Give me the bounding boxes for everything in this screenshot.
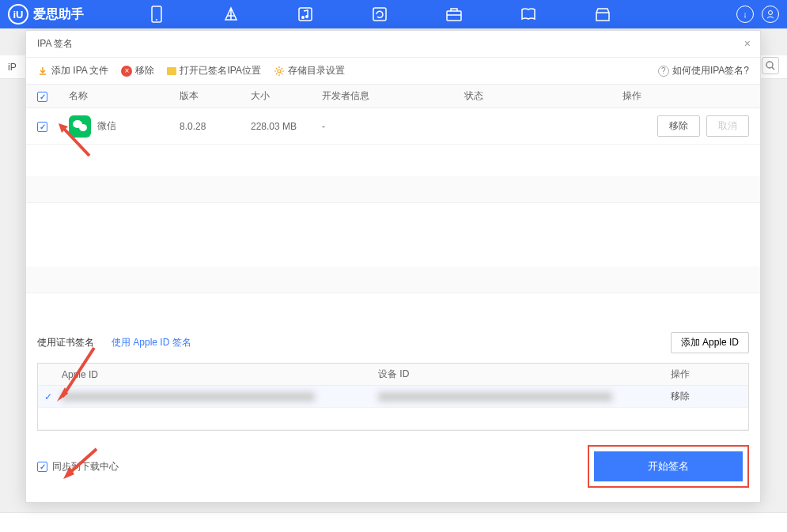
add-apple-id-button[interactable]: 添加 Apple ID xyxy=(671,332,749,353)
storage-settings-label: 存储目录设置 xyxy=(288,64,345,77)
row-checkbox[interactable] xyxy=(37,122,47,132)
header-version: 版本 xyxy=(180,89,251,103)
apple-id-table: Apple ID 设备 ID 操作 ✓ 移除 xyxy=(37,363,749,431)
check-icon: ✓ xyxy=(38,391,62,402)
svg-point-9 xyxy=(766,62,773,68)
app-logo: iU 爱思助手 xyxy=(8,4,84,25)
app-name: 爱思助手 xyxy=(33,6,84,23)
books-icon[interactable] xyxy=(519,5,538,24)
apple-id-row-empty xyxy=(38,408,748,430)
open-signed-label: 打开已签名IPA位置 xyxy=(180,64,260,77)
header-name: 名称 xyxy=(69,89,180,103)
svg-point-3 xyxy=(301,16,305,19)
developer-cell: - xyxy=(322,121,464,132)
row-remove-button[interactable]: 移除 xyxy=(657,115,700,137)
app-name-cell: 微信 xyxy=(97,119,116,133)
device-id-value xyxy=(378,392,612,402)
download-add-icon xyxy=(37,66,48,77)
ipa-table-row[interactable]: 微信 8.0.28 228.03 MB - 移除 取消 xyxy=(26,108,760,145)
id-table-header: Apple ID 设备 ID 操作 xyxy=(38,364,748,386)
device-icon[interactable] xyxy=(147,5,166,24)
version-cell: 8.0.28 xyxy=(180,121,251,132)
app-header: iU 爱思助手 ↓ xyxy=(0,0,787,28)
start-sign-highlight: 开始签名 xyxy=(588,445,749,488)
user-icon[interactable] xyxy=(762,6,779,23)
id-remove-link[interactable]: 移除 xyxy=(671,391,690,402)
close-icon[interactable]: × xyxy=(744,37,751,50)
gear-icon xyxy=(274,66,285,77)
tab-cert-sign[interactable]: 使用证书签名 xyxy=(37,336,94,349)
refresh-icon[interactable] xyxy=(370,5,389,24)
toolbox-icon[interactable] xyxy=(445,5,463,24)
sync-checkbox-row[interactable]: 同步到下载中心 xyxy=(37,460,119,474)
appstore-icon[interactable] xyxy=(221,5,240,24)
header-status: 状态 xyxy=(464,89,622,103)
add-ipa-label: 添加 IPA 文件 xyxy=(51,64,108,77)
svg-point-8 xyxy=(769,11,773,15)
header-device-id: 设备 ID xyxy=(378,368,671,381)
header-right: ↓ xyxy=(736,6,779,23)
music-icon[interactable] xyxy=(296,5,315,24)
svg-line-10 xyxy=(772,67,774,70)
select-all-checkbox[interactable] xyxy=(37,92,47,102)
sync-checkbox[interactable] xyxy=(37,462,47,472)
svg-point-4 xyxy=(305,15,308,18)
sign-tabs: 使用证书签名 使用 Apple ID 签名 添加 Apple ID xyxy=(37,332,749,353)
svg-rect-5 xyxy=(373,8,386,21)
apple-id-row[interactable]: ✓ 移除 xyxy=(38,386,748,408)
wechat-icon xyxy=(69,115,91,138)
help-link[interactable]: ? 如何使用IPA签名? xyxy=(658,64,749,77)
help-icon: ? xyxy=(658,66,669,77)
store-icon[interactable] xyxy=(593,5,612,24)
empty-area xyxy=(26,145,760,321)
svg-rect-6 xyxy=(447,11,461,21)
dialog-title: IPA 签名 xyxy=(37,37,73,51)
start-sign-button[interactable]: 开始签名 xyxy=(594,451,743,481)
dialog-toolbar: 添加 IPA 文件 × 移除 打开已签名IPA位置 存储目录设置 ? 如何使用I… xyxy=(26,58,760,85)
dialog-titlebar: IPA 签名 × xyxy=(26,31,760,58)
sign-section: 使用证书签名 使用 Apple ID 签名 添加 Apple ID Apple … xyxy=(26,321,760,431)
search-icon[interactable] xyxy=(762,57,779,74)
folder-icon xyxy=(167,67,176,75)
header-developer: 开发者信息 xyxy=(322,89,464,103)
sync-label: 同步到下载中心 xyxy=(52,460,119,474)
header-id-operation: 操作 xyxy=(671,368,748,381)
header-apple-id: Apple ID xyxy=(62,369,378,380)
svg-point-11 xyxy=(278,70,281,73)
add-ipa-button[interactable]: 添加 IPA 文件 xyxy=(37,64,108,77)
tab-appleid-sign[interactable]: 使用 Apple ID 签名 xyxy=(112,336,191,349)
remove-button[interactable]: × 移除 xyxy=(121,64,154,77)
help-label: 如何使用IPA签名? xyxy=(672,64,749,77)
apple-id-value xyxy=(62,392,315,402)
header-operation: 操作 xyxy=(622,89,749,103)
row-cancel-button[interactable]: 取消 xyxy=(706,115,749,137)
remove-label: 移除 xyxy=(135,64,154,77)
bg-label: iP xyxy=(8,62,17,73)
logo-icon: iU xyxy=(8,4,28,25)
open-signed-button[interactable]: 打开已签名IPA位置 xyxy=(167,64,260,77)
size-cell: 228.03 MB xyxy=(251,121,322,132)
download-icon[interactable]: ↓ xyxy=(736,6,754,23)
nav-icons xyxy=(147,5,612,24)
background-footer xyxy=(0,512,787,532)
svg-rect-2 xyxy=(299,8,312,21)
ipa-table-header: 名称 版本 大小 开发者信息 状态 操作 xyxy=(26,85,760,108)
ipa-sign-dialog: IPA 签名 × 添加 IPA 文件 × 移除 打开已签名IPA位置 存储目录设… xyxy=(25,30,761,503)
dialog-footer: 同步到下载中心 开始签名 xyxy=(26,431,760,502)
header-size: 大小 xyxy=(251,89,322,103)
remove-icon: × xyxy=(121,66,132,77)
svg-point-1 xyxy=(156,19,157,21)
storage-settings-button[interactable]: 存储目录设置 xyxy=(274,64,345,77)
